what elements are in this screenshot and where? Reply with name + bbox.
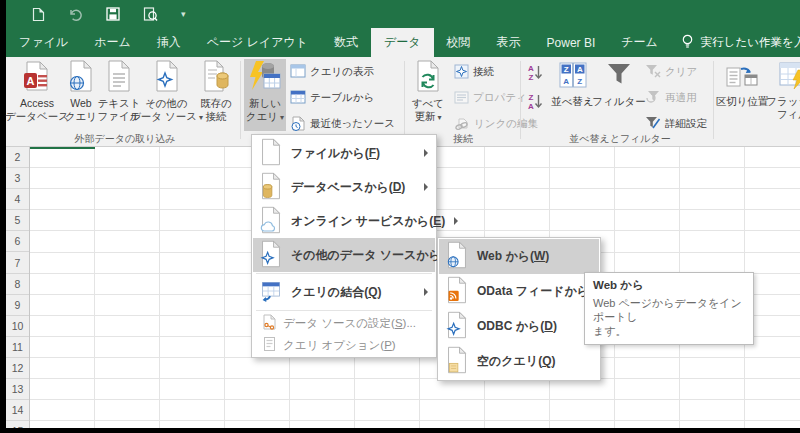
group-separator bbox=[520, 61, 521, 139]
row-header[interactable]: 11 bbox=[6, 337, 29, 358]
row-header[interactable]: 10 bbox=[6, 316, 29, 337]
existing-connections-icon bbox=[202, 59, 230, 97]
tab-insert[interactable]: 挿入 bbox=[144, 28, 194, 57]
new-query-label-2: クエリ bbox=[246, 110, 284, 124]
text-to-columns-label: 区切り位置 bbox=[716, 95, 769, 108]
print-preview-icon[interactable] bbox=[143, 7, 158, 22]
row-header[interactable]: 3 bbox=[6, 168, 29, 189]
tab-file[interactable]: ファイル bbox=[6, 28, 81, 57]
submenu-item-from-odata[interactable]: OData フィードから(O) bbox=[439, 274, 599, 309]
odata-feed-icon bbox=[446, 276, 468, 307]
menu-item-label: データベースから(D) bbox=[291, 179, 415, 196]
refresh-all-button[interactable]: すべて 更新 bbox=[406, 59, 450, 131]
undo-icon[interactable] bbox=[68, 8, 83, 21]
sort-button[interactable]: ZAAZ 並べ替え bbox=[549, 59, 596, 131]
new-query-button[interactable]: 新しい クエリ bbox=[244, 59, 286, 131]
row-header[interactable]: 2 bbox=[6, 147, 29, 168]
web-query-button[interactable]: Web クエリ bbox=[63, 59, 99, 131]
menu-item-from-file[interactable]: ファイルから(F) bbox=[253, 136, 435, 170]
tab-formulas[interactable]: 数式 bbox=[321, 28, 371, 57]
from-table-button[interactable]: テーブルから bbox=[290, 88, 374, 108]
access-database-button[interactable]: A Access データベース bbox=[12, 59, 62, 131]
web-query-label-1: Web bbox=[70, 97, 91, 110]
clear-filter-button: クリア bbox=[645, 62, 697, 82]
submenu-arrow-icon bbox=[424, 288, 428, 296]
connections-icon bbox=[454, 64, 469, 81]
row-header[interactable]: 15 bbox=[6, 421, 29, 428]
tab-page-layout[interactable]: ページ レイアウト bbox=[194, 28, 321, 57]
other-sources-submenu: Web から(W) OData フィードから(O) ODBC から(D) 空のク… bbox=[437, 237, 601, 381]
menu-item-label: オンライン サービスから(E) bbox=[291, 213, 445, 230]
access-label-1: Access bbox=[20, 97, 54, 110]
new-query-icon bbox=[248, 59, 282, 97]
row-header[interactable]: 13 bbox=[6, 379, 29, 400]
tell-me-box[interactable]: 実行したい作業を入力してください bbox=[671, 28, 800, 57]
svg-text:A: A bbox=[528, 64, 534, 73]
show-queries-button[interactable]: クエリの表示 bbox=[290, 62, 374, 82]
row-header-column[interactable]: 2 3 4 5 6 7 8 9 10 11 12 13 14 15 bbox=[6, 147, 30, 428]
tooltip-title: Web から bbox=[593, 278, 745, 293]
title-bar: ▾ bbox=[6, 0, 800, 28]
tab-team[interactable]: チーム bbox=[608, 28, 671, 57]
tab-view[interactable]: 表示 bbox=[484, 28, 534, 57]
existing-connections-button[interactable]: 既存の 接続 bbox=[195, 59, 237, 131]
text-file-icon bbox=[106, 59, 132, 97]
tab-formulas-label: 数式 bbox=[334, 34, 358, 51]
row-header[interactable]: 12 bbox=[6, 358, 29, 379]
tab-power-bi[interactable]: Power BI bbox=[534, 28, 609, 57]
menu-item-query-options[interactable]: クエリ オプション(P) bbox=[253, 334, 435, 356]
flash-fill-button[interactable]: フラッシュ フィル bbox=[769, 59, 800, 131]
connections-button[interactable]: 接続 bbox=[454, 62, 494, 82]
menu-item-data-source-settings[interactable]: データ ソースの設定(S)... bbox=[253, 312, 435, 334]
tab-power-bi-label: Power BI bbox=[547, 36, 596, 50]
other-sources-icon bbox=[260, 240, 282, 271]
new-file-icon[interactable] bbox=[32, 7, 45, 22]
menu-item-label: その他のデータ ソースから(O) bbox=[291, 247, 458, 264]
menu-item-from-other-sources[interactable]: その他のデータ ソースから(O) bbox=[253, 238, 435, 272]
tab-review[interactable]: 校閲 bbox=[434, 28, 484, 57]
tab-data[interactable]: データ bbox=[371, 28, 434, 57]
menu-item-from-database[interactable]: データベースから(D) bbox=[253, 170, 435, 204]
svg-text:A: A bbox=[528, 102, 534, 110]
row-header[interactable]: 5 bbox=[6, 210, 29, 231]
row-header[interactable]: 6 bbox=[6, 231, 29, 252]
properties-label: プロパティ bbox=[473, 91, 527, 105]
ribbon-tab-bar: ファイル ホーム 挿入 ページ レイアウト 数式 データ 校閲 表示 Power… bbox=[6, 28, 800, 57]
customize-qat-caret-icon[interactable]: ▾ bbox=[181, 9, 186, 19]
row-header[interactable]: 8 bbox=[6, 274, 29, 295]
tab-review-label: 校閲 bbox=[447, 34, 471, 51]
edit-links-icon bbox=[454, 117, 470, 132]
excel-window: ▾ ファイル ホーム 挿入 ページ レイアウト 数式 データ 校閲 表示 Pow… bbox=[0, 0, 800, 433]
tab-home[interactable]: ホーム bbox=[81, 28, 144, 57]
menu-separator bbox=[256, 273, 432, 274]
sort-descending-button[interactable]: ZA bbox=[527, 92, 544, 112]
row-header[interactable]: 4 bbox=[6, 189, 29, 210]
tab-data-label: データ bbox=[384, 34, 421, 51]
row-header[interactable]: 7 bbox=[6, 252, 29, 273]
menu-item-label: ファイルから(F) bbox=[291, 145, 415, 162]
access-label-2: データベース bbox=[5, 110, 69, 123]
save-icon[interactable] bbox=[106, 7, 120, 21]
text-to-columns-button[interactable]: 区切り位置 bbox=[716, 59, 768, 131]
menu-item-combine-queries[interactable]: クエリの結合(Q) bbox=[253, 275, 435, 309]
submenu-item-blank-query[interactable]: 空のクエリ(Q) bbox=[439, 344, 599, 379]
online-services-icon bbox=[260, 206, 282, 237]
row-header[interactable]: 14 bbox=[6, 400, 29, 421]
advanced-filter-button[interactable]: 詳細設定 bbox=[645, 114, 707, 134]
show-queries-icon bbox=[290, 64, 306, 80]
text-file-label-1: テキスト bbox=[98, 97, 141, 110]
group-separator bbox=[240, 61, 241, 139]
recent-sources-button[interactable]: 最近使ったソース bbox=[290, 114, 395, 134]
filter-button[interactable]: フィルター bbox=[597, 59, 641, 131]
blank-query-icon bbox=[446, 346, 468, 377]
clear-filter-label: クリア bbox=[665, 65, 697, 79]
show-queries-label: クエリの表示 bbox=[310, 65, 374, 79]
row-header[interactable]: 9 bbox=[6, 295, 29, 316]
other-data-sources-button[interactable]: その他の データ ソース bbox=[139, 59, 194, 131]
sort-ascending-button[interactable]: AZ bbox=[527, 63, 544, 83]
submenu-item-from-web[interactable]: Web から(W) bbox=[439, 239, 599, 274]
sort-asc-icon: AZ bbox=[527, 63, 544, 83]
menu-item-from-online-services[interactable]: オンライン サービスから(E) bbox=[253, 204, 435, 238]
file-from-icon bbox=[260, 138, 282, 169]
submenu-item-from-odbc[interactable]: ODBC から(D) bbox=[439, 309, 599, 344]
